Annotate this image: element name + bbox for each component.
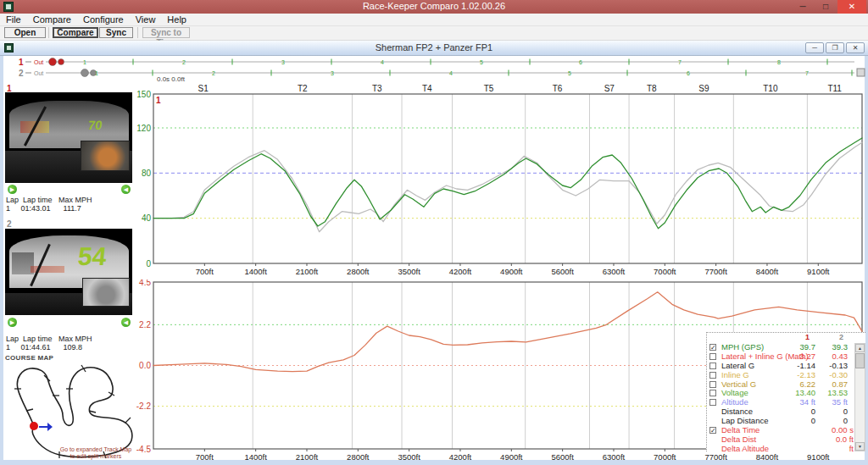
close-button[interactable]: ✕: [837, 0, 866, 14]
video-thumbnail-1[interactable]: 70: [5, 92, 132, 183]
doc-minimize-button[interactable]: ─: [805, 42, 824, 53]
x-tick-label: 9100ft: [807, 452, 830, 462]
y-tick-label: -2.2: [136, 401, 152, 411]
timeline-handle[interactable]: [81, 69, 89, 77]
timeline-row-1[interactable]: 1Out12345678: [19, 58, 854, 67]
timeline-row-2[interactable]: 2Out1234567: [19, 69, 854, 78]
legend-label: Delta Altitude: [721, 445, 769, 451]
menu-item-configure[interactable]: Configure: [77, 14, 130, 25]
x-tick-label: 4900ft: [500, 452, 523, 462]
timeline-stream-icon: 1: [19, 58, 24, 67]
x-tick-label: 700ft: [196, 452, 214, 462]
section-label-T2: T2: [298, 84, 308, 93]
lap-number: 5: [480, 59, 483, 65]
play-button-1[interactable]: ▶: [8, 185, 17, 194]
course-map-label: COURSE MAP: [5, 354, 53, 362]
legend-scrollbar[interactable]: ▲ ▼: [854, 343, 865, 451]
legend-checkbox[interactable]: [709, 399, 716, 406]
speed-chart[interactable]: S1T2T3T4T5T6S7T8S9T10T1115012080400700ft…: [136, 83, 866, 280]
legend-value: ft: [849, 445, 854, 451]
x-tick-label: 3500ft: [398, 267, 420, 276]
section-label-T4: T4: [422, 84, 432, 93]
channel-legend: 1 2 ✓MPH (GPS)39.739.3Lateral + Inline G…: [706, 332, 865, 451]
lap-table-row-2: 1 01:44.61 109.8: [6, 343, 82, 352]
lap-number: 1: [95, 70, 98, 76]
legend-row-delta-altitude: Delta Altitudeft: [707, 445, 865, 451]
scroll-down-icon[interactable]: ▼: [855, 442, 865, 451]
menu-item-help[interactable]: Help: [161, 14, 192, 25]
car-number-overlay: 54: [76, 242, 108, 271]
series-sherman-fp2-mph: [153, 138, 862, 229]
audio-button-1[interactable]: ◀: [121, 185, 131, 194]
lap-timelines[interactable]: 1Out123456782Out1234567: [0, 56, 868, 83]
legend-checkbox[interactable]: ✓: [709, 427, 716, 434]
scroll-up-icon[interactable]: ▲: [855, 344, 865, 352]
timeline-out-label: Out: [34, 70, 43, 76]
y-tick-label: 4.5: [139, 280, 151, 287]
legend-checkbox[interactable]: [709, 381, 716, 388]
timeline-options-icon[interactable]: [857, 69, 865, 76]
lap-number: 1: [83, 59, 86, 65]
lap-number: 4: [449, 70, 453, 76]
lap-number: 5: [568, 70, 571, 76]
stream-2-number: 2: [7, 219, 12, 229]
lap-table-header-2: Lap Lap time Max MPH: [6, 335, 92, 343]
play-button-2[interactable]: ▶: [8, 318, 17, 327]
legend-value-1: 0: [811, 417, 815, 426]
legend-checkbox[interactable]: [709, 372, 716, 379]
lap-number: 3: [331, 70, 334, 76]
timeline-stream-icon: 2: [19, 69, 24, 78]
lap-number: 3: [281, 59, 285, 65]
audio-button-2[interactable]: ◀: [121, 318, 131, 327]
section-label-T10: T10: [763, 84, 778, 93]
compare-button[interactable]: Compare: [53, 27, 98, 38]
timeline-out-label: Out: [34, 59, 43, 65]
maximize-button[interactable]: □: [815, 0, 836, 14]
legend-col2-icon: 2: [839, 333, 843, 341]
legend-checkbox[interactable]: [709, 363, 716, 369]
plot-border: [153, 94, 862, 263]
menu-item-view[interactable]: View: [130, 14, 162, 25]
timeline-handle[interactable]: [58, 59, 64, 65]
lap-number: 4: [381, 59, 384, 65]
sync-to-time-button: Sync to Time: [142, 27, 190, 38]
x-tick-label: 5600ft: [551, 452, 574, 462]
open-button[interactable]: Open: [4, 27, 46, 38]
section-label-S1: S1: [198, 84, 209, 93]
titlebar: Race-Keeper Comparo 1.02.00.26 ─ □ ✕: [0, 0, 868, 14]
x-tick-label: 1400ft: [244, 267, 267, 276]
app-window: Race-Keeper Comparo 1.02.00.26 ─ □ ✕ Fil…: [0, 0, 868, 465]
window-title: Race-Keeper Comparo 1.02.00.26: [0, 1, 868, 11]
x-tick-label: 7000ft: [654, 452, 676, 462]
doc-restore-button[interactable]: ❐: [826, 42, 844, 53]
section-label-T5: T5: [484, 84, 494, 93]
sync-button[interactable]: Sync: [99, 27, 133, 38]
legend-checkbox[interactable]: [709, 353, 716, 360]
x-tick-label: 2100ft: [296, 452, 319, 462]
toolbar-separator: [137, 27, 138, 38]
x-tick-label: 4200ft: [449, 267, 472, 276]
doc-close-button[interactable]: ✕: [846, 42, 865, 53]
driver-cam-pip: [82, 278, 130, 307]
legend-checkbox[interactable]: [709, 390, 716, 396]
x-tick-label: 700ft: [196, 267, 214, 276]
toolbar-separator: [48, 27, 49, 38]
y-tick-label: 2.2: [139, 320, 151, 329]
x-tick-label: 4200ft: [449, 452, 472, 462]
menu-item-file[interactable]: File: [0, 14, 27, 25]
legend-checkbox[interactable]: ✓: [709, 344, 716, 351]
lap-number: 7: [805, 70, 809, 76]
x-tick-label: 6300ft: [603, 452, 626, 462]
video-thumbnail-2[interactable]: 54: [5, 229, 132, 315]
car-number-overlay: 70: [87, 118, 103, 132]
legend-value-2: -0.30: [829, 371, 848, 380]
scrollbar-thumb[interactable]: [855, 353, 865, 368]
x-tick-label: 3500ft: [398, 452, 420, 462]
menu-item-compare[interactable]: Compare: [27, 14, 77, 25]
timeline-handle[interactable]: [49, 58, 57, 66]
lap-number: 7: [678, 59, 682, 65]
minimize-button[interactable]: ─: [792, 0, 814, 14]
y-tick-label: 120: [136, 124, 151, 133]
lap-table-row-1: 1 01:43.01 111.7: [6, 204, 81, 213]
toolbar: OpenCompareSyncSync to Time: [0, 26, 868, 41]
